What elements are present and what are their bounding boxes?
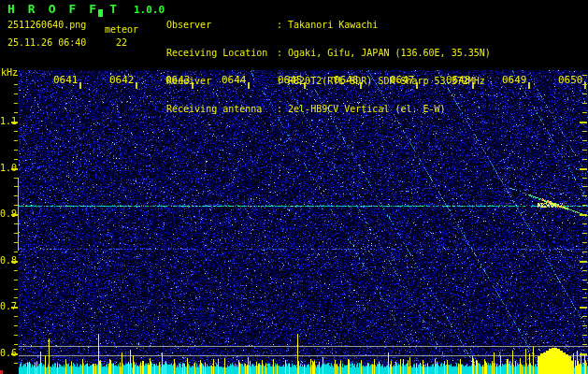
freq-unit-label: kHz <box>1 67 18 78</box>
freq-tick-label: 0.7 <box>0 301 16 311</box>
time-tick-label: 0644 <box>222 74 247 86</box>
info-row-receiver: Receiver: R820T2(RTL-SDR) SDR-Sharp 53.3… <box>166 77 491 86</box>
freq-tick-label: 1.1 <box>0 116 16 126</box>
time-tick-label: 0650 <box>558 74 583 86</box>
app-title: HROFFT <box>7 2 130 16</box>
time-tick-label: 0641 <box>53 74 79 86</box>
freq-tick-label: 0.6 <box>0 348 16 358</box>
info-label: Receiving Location <box>166 49 277 58</box>
time-tick-label: 0642 <box>109 74 135 86</box>
time-tick-label: 0646 <box>334 74 359 86</box>
info-label: Receiving antenna <box>166 105 277 114</box>
freq-tick-label: 0.9 <box>0 209 16 219</box>
info-colon: : <box>277 20 282 30</box>
info-colon: : <box>277 104 282 114</box>
time-tick-label: 0648 <box>446 74 471 86</box>
freq-tick-label: 0.8 <box>0 255 16 266</box>
info-label: Observer <box>166 21 277 30</box>
status-indicator-box <box>98 9 103 17</box>
info-row-antenna: Receiving antenna: 2el-HB9CV Vertical (e… <box>166 105 491 114</box>
time-tick-label: 0647 <box>390 74 415 86</box>
app-version: 1.0.0 <box>134 4 165 16</box>
time-tick-label: 0649 <box>502 74 527 86</box>
hrofft-window: HROFFT 1.0.0 2511260640.png meteor 25.11… <box>0 0 588 374</box>
info-colon: : <box>277 48 282 58</box>
output-filename: 2511260640.png <box>7 20 86 30</box>
info-row-location: Receiving Location: Ogaki, Gifu, JAPAN (… <box>166 49 491 58</box>
meteor-count: 22 <box>116 37 127 48</box>
datetime-label: 25.11.26 06:40 <box>7 37 86 48</box>
freq-tick-label: 1.0 <box>0 163 16 173</box>
info-value: Takanori Kawachi <box>288 20 378 30</box>
station-info: Observer: Takanori Kawachi Receiving Loc… <box>166 2 491 133</box>
mode-label: meteor <box>105 24 138 35</box>
info-value: 2el-HB9CV Vertical (el. E-W) <box>288 104 446 114</box>
info-value: Ogaki, Gifu, JAPAN (136.60E, 35.35N) <box>288 48 491 58</box>
info-row-observer: Observer: Takanori Kawachi <box>166 21 491 30</box>
time-tick-label: 0645 <box>278 74 303 86</box>
time-tick-label: 0643 <box>165 74 191 86</box>
